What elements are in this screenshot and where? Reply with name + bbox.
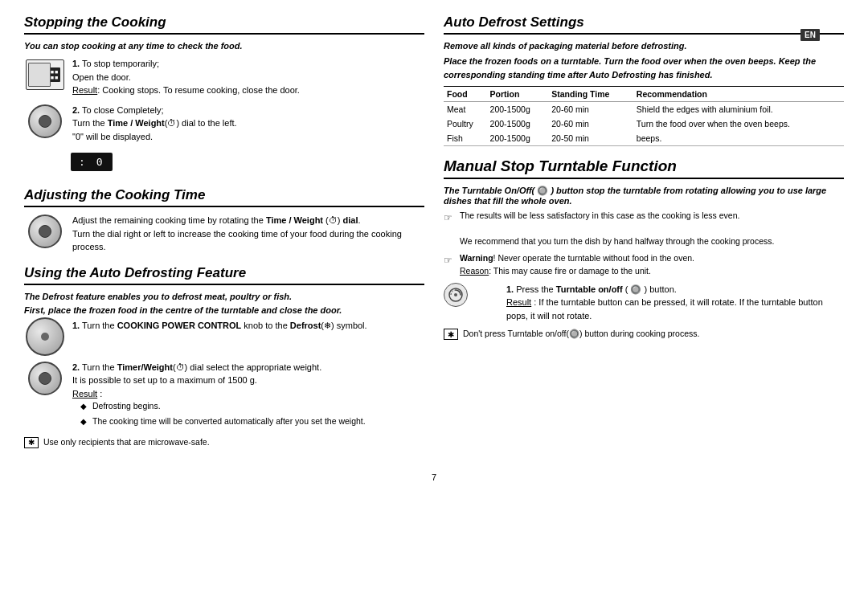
turntable-result-label: Result [506,297,531,307]
page-number: 7 [24,472,844,482]
defrost-step1-row: 1. Turn the COOKING POWER CONTROL knob t… [24,319,424,354]
auto-defrost-settings-intro-bold: Remove all kinds of packaging material b… [444,41,844,51]
standing-fish: 20-50 min [548,131,633,146]
adjusting-text1: Adjust the remaining cooking time by rot… [72,215,361,225]
stopping-step1-content: 1. To stop temporarily; Open the door. R… [72,57,424,97]
stopping-cooking-title: Stopping the Cooking [24,14,424,35]
svg-point-1 [454,293,457,296]
table-row: Fish 200-1500g 20-50 min beeps. [444,131,844,146]
recommendation-poultry: Turn the food over when the oven beeps. [633,116,844,131]
microwave-icon-stop: ■■■■ [24,57,66,92]
auto-defrost-feature-intro2: First, place the frozen food in the cent… [24,305,424,315]
defrost-step2-number: 2. [72,362,80,372]
defrost-bullet2: ◆ The cooking time will be converted aut… [80,415,424,428]
table-header-standing: Standing Time [548,87,633,102]
defrost-step2-content: 2. Turn the Timer/Weight(⏱) dial select … [72,361,424,431]
step2-number: 2. [72,105,80,115]
reason-text: : This may cause fire or damage to the u… [489,266,651,276]
table-row: Meat 200-1500g 20-60 min Shield the edge… [444,102,844,117]
table-header-portion: Portion [487,87,549,102]
manual-stop-note-text: Don't press Turntable on/off(🔘) button d… [463,329,699,339]
turntable-button-icon [444,283,468,307]
table-header-food: Food [444,87,487,102]
defrost-step1-text: Turn the COOKING POWER CONTROL knob to t… [82,321,367,330]
auto-defrost-feature-section: Using the Auto Defrosting Feature The De… [24,265,424,448]
stopping-step2-content: 2. To close Completely; Turn the Time / … [72,104,424,144]
turntable-step-number: 1. [506,284,514,294]
note-star-icon2: ✱ [444,329,458,340]
turntable-icon-group [444,283,498,307]
step2-heading: To close Completely; [82,105,164,115]
dial-icon-stop [24,104,66,139]
auto-defrost-feature-title: Using the Auto Defrosting Feature [24,265,424,285]
defrost-step2-bullets: ◆ Defrosting begins. ◆ The cooking time … [72,400,424,428]
stopping-step1-row: ■■■■ 1. To stop temporarily; Open the do… [24,57,424,97]
manual-bullet1: ☞ The results will be less satisfactory … [444,210,844,247]
manual-stop-title: Manual Stop Turntable Function [444,157,844,179]
step2-detail2: "0" will be displayed. [72,132,153,141]
recommendation-meat: Shield the edges with aluminium foil. [633,102,844,117]
reason-label: Reason [460,266,489,276]
turntable-step-row: 1. Press the Turntable on/off ( 🔘 ) butt… [444,283,844,323]
adjusting-text2: Turn the dial right or left to increase … [72,229,402,252]
defrost-step1-number: 1. [72,321,80,330]
turntable-step-content: 1. Press the Turntable on/off ( 🔘 ) butt… [506,283,844,323]
recommendation-fish: beeps. [633,131,844,146]
defrost-step1-content: 1. Turn the COOKING POWER CONTROL knob t… [72,319,424,333]
step1-number: 1. [72,59,80,68]
step1-detail: Open the door. [72,72,131,82]
turntable-result-text: : If the turntable button can be pressed… [506,297,823,321]
stopping-cooking-section: Stopping the Cooking You can stop cookin… [24,14,424,176]
left-column: Stopping the Cooking You can stop cookin… [24,14,424,460]
manual-bullet2-text: Warning! Never operate the turntable wit… [460,252,844,278]
auto-defrost-feature-intro1: The Defrost feature enables you to defro… [24,292,424,301]
table-header-recommendation: Recommendation [633,87,844,102]
pencil-icon: ☞ [444,210,455,225]
auto-defrost-settings-title: Auto Defrost Settings [444,14,844,35]
adjusting-step-row: Adjust the remaining cooking time by rot… [24,214,424,254]
step2-detail1: Turn the Time / Weight(⏱) dial to the le… [72,118,237,128]
food-fish: Fish [444,131,487,146]
right-column: Auto Defrost Settings Remove all kinds o… [444,14,844,460]
manual-bullet2: ☞ Warning! Never operate the turntable w… [444,252,844,278]
standing-meat: 20-60 min [548,102,633,117]
step1-heading: To stop temporarily; [82,59,159,68]
manual-stop-intro: The Turntable On/Off( 🔘 ) button stop th… [444,186,844,206]
standing-poultry: 20-60 min [548,116,633,131]
food-poultry: Poultry [444,116,487,131]
defrost-note-row: ✱ Use only recipients that are microwave… [24,437,424,448]
en-badge: EN [800,29,820,41]
adjusting-cooking-title: Adjusting the Cooking Time [24,187,424,207]
portion-fish: 200-1500g [487,131,549,146]
portion-poultry: 200-1500g [487,116,549,131]
dial-icon-defrost2 [24,361,66,396]
stopping-cooking-intro: You can stop cooking at any time to chec… [24,41,424,51]
defrost-step2-row: 2. Turn the Timer/Weight(⏱) dial select … [24,361,424,431]
stopping-step2-row: 2. To close Completely; Turn the Time / … [24,104,424,144]
auto-defrost-settings-section: Auto Defrost Settings Remove all kinds o… [444,14,844,146]
adjusting-cooking-section: Adjusting the Cooking Time Adjust the re… [24,187,424,254]
manual-stop-note-row: ✱ Don't press Turntable on/off(🔘) button… [444,329,844,340]
diamond-icon2: ◆ [80,415,87,428]
defrost-step2-text2: It is possible to set up to a maximum of… [72,375,257,385]
warning-text: ! Never operate the turntable without fo… [493,253,694,263]
auto-defrost-table: Food Portion Standing Time Recommendatio… [444,86,844,146]
manual-stop-section: Manual Stop Turntable Function The Turnt… [444,157,844,340]
pencil-icon2: ☞ [444,253,455,268]
defrost-bullet1: ◆ Defrosting begins. [80,400,424,413]
dial-icon-adjust [24,214,66,249]
step1-result-text: : Cooking stops. To resume cooking, clos… [97,85,300,95]
defrost-step2-result-text: : [97,389,102,398]
auto-defrost-settings-intro-normal: Place the frozen foods on a turntable. T… [444,55,844,81]
manual-bullet1-text: The results will be less satisfactory in… [460,210,844,247]
defrost-step2-text1: Turn the Timer/Weight(⏱) dial select the… [82,362,321,372]
diamond-icon1: ◆ [80,400,87,413]
note-star-icon: ✱ [24,437,39,448]
warning-label: Warning [460,253,493,263]
adjusting-step-content: Adjust the remaining cooking time by rot… [72,214,424,254]
step1-result-label: Result [72,85,97,95]
food-meat: Meat [444,102,487,117]
table-row: Poultry 200-1500g 20-60 min Turn the foo… [444,116,844,131]
defrost-note-text: Use only recipients that are microwave-s… [43,437,210,447]
portion-meat: 200-1500g [487,102,549,117]
